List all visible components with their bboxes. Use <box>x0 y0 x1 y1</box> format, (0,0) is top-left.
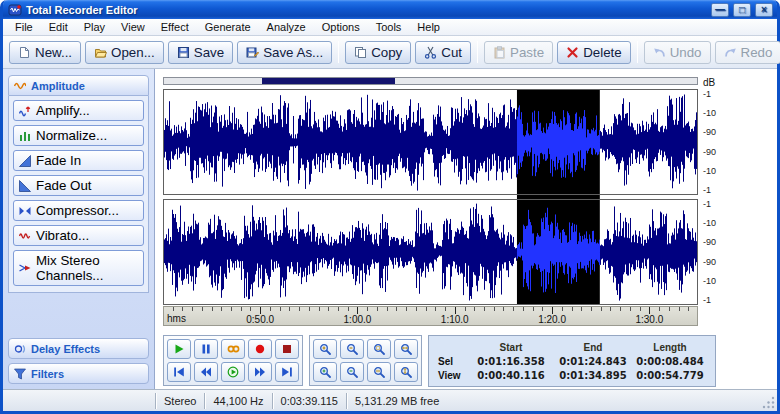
skip-to-end-button[interactable] <box>275 362 299 382</box>
timeline-tick <box>659 307 660 311</box>
timeline-tick <box>630 307 631 311</box>
toolbar-separator <box>338 41 339 63</box>
zoom-selection-button[interactable] <box>367 339 391 359</box>
button-label: New... <box>35 45 72 60</box>
paste-icon <box>493 46 506 59</box>
zoom-vertical-in-icon <box>319 366 331 378</box>
zoom-out-icon <box>346 343 358 355</box>
open-folder-icon <box>94 46 107 59</box>
zoom-fit-button[interactable] <box>394 362 418 382</box>
timeline-tick <box>649 307 650 314</box>
timeline-tick-label: 1:00.0 <box>344 314 372 325</box>
save-as-icon <box>246 46 259 59</box>
timeline-tick-label: 1:10.0 <box>441 314 469 325</box>
open-button[interactable]: Open... <box>85 41 164 64</box>
db-tick: -90 <box>703 237 737 247</box>
menu-item-play[interactable]: Play <box>76 20 113 34</box>
timeline-tick <box>241 307 242 311</box>
sidebar-group-filters[interactable]: Filters <box>8 363 149 384</box>
amplify-button[interactable]: Amplify... <box>13 100 144 121</box>
undo-button[interactable]: Undo <box>644 41 711 64</box>
mix-stereo-channels-button[interactable]: Mix Stereo Channels... <box>13 250 144 286</box>
delete-button[interactable]: Delete <box>557 41 631 64</box>
sidebar-group-delay-effects[interactable]: Delay Effects <box>8 338 149 359</box>
rewind-button[interactable] <box>194 362 218 382</box>
menu-item-generate[interactable]: Generate <box>197 20 259 34</box>
title-bar[interactable]: Total Recorder Editor — □ × <box>3 0 777 19</box>
play-from-cursor-button[interactable] <box>221 362 245 382</box>
timeline-tick <box>377 307 378 311</box>
menu-item-effect[interactable]: Effect <box>153 20 197 34</box>
menu-item-view[interactable]: View <box>113 20 153 34</box>
waveform-canvas[interactable] <box>163 89 698 305</box>
zoom-one-to-one-button[interactable] <box>367 362 391 382</box>
minimize-button[interactable]: — <box>711 3 729 17</box>
menu-item-file[interactable]: File <box>7 20 41 34</box>
copy-icon <box>354 46 367 59</box>
sidebar-group-amplitude[interactable]: Amplitude <box>8 75 149 96</box>
timeline-tick <box>319 307 320 311</box>
play-icon <box>173 343 185 355</box>
fade-in-icon <box>19 155 31 167</box>
cut-button[interactable]: Cut <box>415 41 471 64</box>
toolbar-separator <box>637 41 638 63</box>
fade-out-button[interactable]: Fade Out <box>13 175 144 196</box>
close-button[interactable]: × <box>755 3 773 17</box>
menu-item-tools[interactable]: Tools <box>368 20 410 34</box>
copy-button[interactable]: Copy <box>345 41 411 64</box>
timeline-tick <box>173 307 174 311</box>
save-button[interactable]: Save <box>168 41 233 64</box>
timeline-tick <box>542 307 543 311</box>
play-button[interactable] <box>167 339 191 359</box>
menu-item-analyze[interactable]: Analyze <box>259 20 314 34</box>
normalize-button[interactable]: Normalize... <box>13 125 144 146</box>
zoom-out-button[interactable] <box>340 339 364 359</box>
save-as-button[interactable]: Save As... <box>237 41 332 64</box>
pause-button[interactable] <box>194 339 218 359</box>
zoom-vertical-out-button[interactable] <box>340 362 364 382</box>
db-tick: -10 <box>703 218 737 228</box>
button-label: Open... <box>111 45 155 60</box>
filters-icon <box>14 368 26 380</box>
group-label: Delay Effects <box>31 343 100 355</box>
overview-visible-window[interactable] <box>262 78 395 84</box>
overview-bar[interactable] <box>163 77 698 85</box>
paste-button[interactable]: Paste <box>484 41 553 64</box>
zoom-vertical-out-icon <box>346 366 358 378</box>
db-axis-label: dB <box>703 77 715 88</box>
compressor-button[interactable]: Compressor... <box>13 200 144 221</box>
zoom-in-button[interactable] <box>313 339 337 359</box>
app-icon[interactable] <box>8 3 22 17</box>
redo-button[interactable]: Redo <box>715 41 780 64</box>
timeline-tick <box>221 307 222 311</box>
db-tick: -10 <box>703 276 737 286</box>
fade-in-button[interactable]: Fade In <box>13 150 144 171</box>
zoom-full-button[interactable] <box>394 339 418 359</box>
status-bar: Stereo 44,100 Hz 0:03:39.115 5,131.29 MB… <box>3 389 777 411</box>
maximize-button[interactable]: □ <box>733 3 751 17</box>
task-label: Fade In <box>36 153 81 168</box>
menu-item-help[interactable]: Help <box>409 20 448 34</box>
button-label: Delete <box>583 45 622 60</box>
record-button[interactable] <box>248 339 272 359</box>
zoom-vertical-in-button[interactable] <box>313 362 337 382</box>
menu-item-options[interactable]: Options <box>314 20 368 34</box>
selinfo-row-view-label: View <box>438 370 470 381</box>
selinfo-header-start: Start <box>470 342 552 353</box>
timeline-tick <box>484 307 485 311</box>
db-scale-channel-1: -1 -10 -90 -90 -10 -1 <box>703 89 737 195</box>
compressor-icon <box>19 205 31 217</box>
fast-forward-button[interactable] <box>248 362 272 382</box>
selinfo-header-length: Length <box>634 342 706 353</box>
skip-to-start-button[interactable] <box>167 362 191 382</box>
new-button[interactable]: New... <box>9 41 81 64</box>
vibrato-button[interactable]: Vibrato... <box>13 225 144 246</box>
stop-button[interactable] <box>275 339 299 359</box>
resize-grip[interactable] <box>762 396 776 410</box>
window-title: Total Recorder Editor <box>26 4 707 16</box>
timeline-ruler[interactable]: hms 0:50.01:00.01:10.01:20.01:30.0 <box>163 306 698 326</box>
loop-button[interactable] <box>221 339 245 359</box>
menu-item-edit[interactable]: Edit <box>41 20 76 34</box>
status-spacer <box>3 390 155 411</box>
timeline-tick <box>581 307 582 311</box>
